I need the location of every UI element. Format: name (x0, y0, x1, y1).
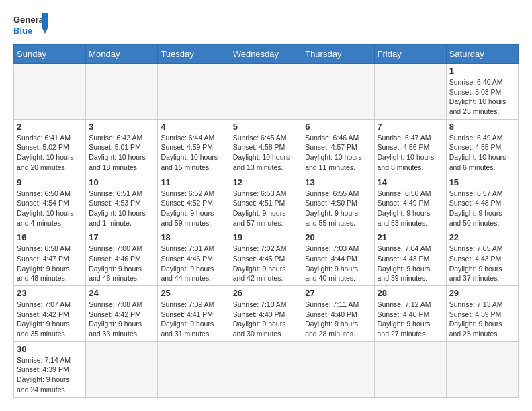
day-number: 13 (305, 177, 371, 187)
day-info: Sunrise: 7:07 AM Sunset: 4:42 PM Dayligh… (17, 300, 83, 339)
calendar-cell: 14Sunrise: 6:56 AM Sunset: 4:49 PM Dayli… (374, 175, 446, 230)
day-info: Sunrise: 6:58 AM Sunset: 4:47 PM Dayligh… (17, 244, 83, 283)
calendar-cell: 25Sunrise: 7:09 AM Sunset: 4:41 PM Dayli… (158, 286, 230, 342)
day-number: 17 (89, 232, 154, 242)
day-info: Sunrise: 6:46 AM Sunset: 4:57 PM Dayligh… (305, 133, 371, 173)
day-info: Sunrise: 7:01 AM Sunset: 4:46 PM Dayligh… (161, 244, 226, 283)
calendar-cell: 13Sunrise: 6:55 AM Sunset: 4:50 PM Dayli… (302, 175, 374, 230)
day-number: 11 (161, 177, 226, 187)
calendar-cell: 21Sunrise: 7:04 AM Sunset: 4:43 PM Dayli… (374, 230, 446, 286)
day-info: Sunrise: 7:11 AM Sunset: 4:40 PM Dayligh… (305, 300, 371, 339)
day-info: Sunrise: 6:49 AM Sunset: 4:55 PM Dayligh… (449, 133, 515, 173)
calendar-cell: 20Sunrise: 7:03 AM Sunset: 4:44 PM Dayli… (302, 230, 374, 286)
day-number: 19 (233, 232, 300, 242)
day-info: Sunrise: 7:14 AM Sunset: 4:39 PM Dayligh… (17, 355, 83, 395)
calendar-cell (446, 341, 518, 397)
calendar-cell (374, 341, 446, 397)
day-number: 6 (305, 122, 371, 132)
day-info: Sunrise: 7:04 AM Sunset: 4:43 PM Dayligh… (378, 244, 443, 283)
day-number: 4 (161, 122, 226, 132)
calendar-cell: 18Sunrise: 7:01 AM Sunset: 4:46 PM Dayli… (158, 230, 230, 286)
calendar-cell (14, 64, 86, 120)
day-number: 24 (89, 288, 154, 298)
day-number: 15 (449, 177, 515, 187)
day-info: Sunrise: 7:10 AM Sunset: 4:40 PM Dayligh… (233, 300, 300, 339)
calendar-cell: 6Sunrise: 6:46 AM Sunset: 4:57 PM Daylig… (302, 119, 374, 175)
day-number: 22 (449, 232, 515, 242)
calendar-cell: 10Sunrise: 6:51 AM Sunset: 4:53 PM Dayli… (86, 175, 158, 230)
calendar-cell: 3Sunrise: 6:42 AM Sunset: 5:01 PM Daylig… (86, 119, 158, 175)
calendar-cell: 16Sunrise: 6:58 AM Sunset: 4:47 PM Dayli… (14, 230, 86, 286)
day-info: Sunrise: 6:47 AM Sunset: 4:56 PM Dayligh… (378, 133, 443, 173)
calendar-cell: 12Sunrise: 6:53 AM Sunset: 4:51 PM Dayli… (230, 175, 302, 230)
day-number: 3 (89, 122, 154, 132)
calendar-cell: 7Sunrise: 6:47 AM Sunset: 4:56 PM Daylig… (374, 119, 446, 175)
day-info: Sunrise: 6:55 AM Sunset: 4:50 PM Dayligh… (305, 189, 371, 228)
calendar-cell: 23Sunrise: 7:07 AM Sunset: 4:42 PM Dayli… (14, 286, 86, 342)
day-number: 5 (233, 122, 300, 132)
day-number: 8 (449, 122, 515, 132)
day-number: 20 (305, 232, 371, 242)
svg-text:Blue: Blue (13, 26, 32, 36)
day-number: 14 (378, 177, 443, 187)
day-info: Sunrise: 6:42 AM Sunset: 5:01 PM Dayligh… (89, 133, 154, 173)
day-info: Sunrise: 6:45 AM Sunset: 4:58 PM Dayligh… (233, 133, 300, 173)
day-number: 27 (305, 288, 371, 298)
calendar-cell (86, 341, 158, 397)
logo: GeneralBlue (13, 13, 48, 38)
day-number: 26 (233, 288, 300, 298)
weekday-header-sunday: Sunday (14, 45, 86, 64)
week-row-1: 2Sunrise: 6:41 AM Sunset: 5:02 PM Daylig… (14, 119, 519, 175)
day-info: Sunrise: 7:03 AM Sunset: 4:44 PM Dayligh… (305, 244, 371, 283)
week-row-0: 1Sunrise: 6:40 AM Sunset: 5:03 PM Daylig… (14, 64, 519, 120)
day-info: Sunrise: 7:05 AM Sunset: 4:43 PM Dayligh… (449, 244, 515, 283)
day-info: Sunrise: 7:13 AM Sunset: 4:39 PM Dayligh… (449, 300, 515, 339)
calendar-cell: 9Sunrise: 6:50 AM Sunset: 4:54 PM Daylig… (14, 175, 86, 230)
weekday-header-monday: Monday (86, 45, 158, 64)
calendar-cell: 17Sunrise: 7:00 AM Sunset: 4:46 PM Dayli… (86, 230, 158, 286)
calendar-cell: 1Sunrise: 6:40 AM Sunset: 5:03 PM Daylig… (446, 64, 518, 120)
calendar-cell: 26Sunrise: 7:10 AM Sunset: 4:40 PM Dayli… (230, 286, 302, 342)
day-info: Sunrise: 7:08 AM Sunset: 4:42 PM Dayligh… (89, 300, 154, 339)
day-info: Sunrise: 6:56 AM Sunset: 4:49 PM Dayligh… (378, 189, 443, 228)
week-row-3: 16Sunrise: 6:58 AM Sunset: 4:47 PM Dayli… (14, 230, 519, 286)
day-number: 28 (378, 288, 443, 298)
calendar-cell: 27Sunrise: 7:11 AM Sunset: 4:40 PM Dayli… (302, 286, 374, 342)
calendar-cell: 5Sunrise: 6:45 AM Sunset: 4:58 PM Daylig… (230, 119, 302, 175)
calendar-cell: 2Sunrise: 6:41 AM Sunset: 5:02 PM Daylig… (14, 119, 86, 175)
calendar-cell: 28Sunrise: 7:12 AM Sunset: 4:40 PM Dayli… (374, 286, 446, 342)
week-row-5: 30Sunrise: 7:14 AM Sunset: 4:39 PM Dayli… (14, 341, 519, 397)
day-number: 29 (449, 288, 515, 298)
calendar-cell (374, 64, 446, 120)
generalblue-logo-icon: GeneralBlue (13, 13, 48, 38)
weekday-header-wednesday: Wednesday (230, 45, 302, 64)
page-header: GeneralBlue (13, 13, 519, 38)
weekday-header-friday: Friday (374, 45, 446, 64)
day-info: Sunrise: 7:00 AM Sunset: 4:46 PM Dayligh… (89, 244, 154, 283)
day-info: Sunrise: 6:57 AM Sunset: 4:48 PM Dayligh… (449, 189, 515, 228)
calendar-cell: 24Sunrise: 7:08 AM Sunset: 4:42 PM Dayli… (86, 286, 158, 342)
day-info: Sunrise: 6:52 AM Sunset: 4:52 PM Dayligh… (161, 189, 226, 228)
calendar-cell: 8Sunrise: 6:49 AM Sunset: 4:55 PM Daylig… (446, 119, 518, 175)
calendar-cell: 19Sunrise: 7:02 AM Sunset: 4:45 PM Dayli… (230, 230, 302, 286)
day-number: 21 (378, 232, 443, 242)
day-info: Sunrise: 6:53 AM Sunset: 4:51 PM Dayligh… (233, 189, 300, 228)
day-info: Sunrise: 7:09 AM Sunset: 4:41 PM Dayligh… (161, 300, 226, 339)
day-info: Sunrise: 6:40 AM Sunset: 5:03 PM Dayligh… (449, 77, 515, 117)
day-info: Sunrise: 6:51 AM Sunset: 4:53 PM Dayligh… (89, 189, 154, 228)
day-info: Sunrise: 7:02 AM Sunset: 4:45 PM Dayligh… (233, 244, 300, 283)
calendar-cell: 11Sunrise: 6:52 AM Sunset: 4:52 PM Dayli… (158, 175, 230, 230)
day-number: 23 (17, 288, 83, 298)
calendar-cell (230, 64, 302, 120)
weekday-header-saturday: Saturday (446, 45, 518, 64)
day-number: 10 (89, 177, 154, 187)
weekday-header-tuesday: Tuesday (158, 45, 230, 64)
day-info: Sunrise: 7:12 AM Sunset: 4:40 PM Dayligh… (378, 300, 443, 339)
calendar-cell (158, 64, 230, 120)
calendar-cell: 15Sunrise: 6:57 AM Sunset: 4:48 PM Dayli… (446, 175, 518, 230)
calendar-cell: 29Sunrise: 7:13 AM Sunset: 4:39 PM Dayli… (446, 286, 518, 342)
calendar-cell: 30Sunrise: 7:14 AM Sunset: 4:39 PM Dayli… (14, 341, 86, 397)
calendar-header-row: SundayMondayTuesdayWednesdayThursdayFrid… (14, 45, 519, 64)
calendar-cell (230, 341, 302, 397)
weekday-header-thursday: Thursday (302, 45, 374, 64)
